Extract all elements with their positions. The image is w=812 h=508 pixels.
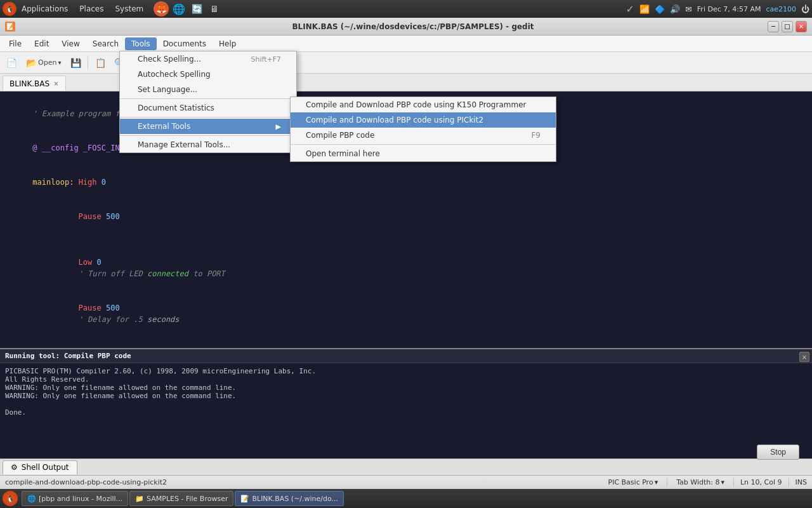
- maximize-button[interactable]: □: [782, 21, 793, 32]
- places-label: Places: [79, 4, 103, 13]
- toolbar-separator-1: [88, 57, 88, 69]
- tab-close-button[interactable]: ×: [53, 80, 58, 87]
- compile-pbp-label: Compile PBP code: [306, 131, 374, 140]
- save-button[interactable]: 💾: [67, 54, 84, 72]
- autocheck-spelling-item[interactable]: Autocheck Spelling: [120, 67, 296, 82]
- menu-file[interactable]: File: [3, 37, 28, 50]
- taskbar-gedit-btn[interactable]: 📝 BLINK.BAS (~/.wine/do...: [235, 491, 344, 506]
- title-bar: 📝 BLINK.BAS (~/.wine/dosdevices/c:/PBP/S…: [0, 18, 812, 36]
- check-spelling-item[interactable]: Check Spelling... Shift+F7: [120, 51, 296, 67]
- window-title: BLINK.BAS (~/.wine/dosdevices/c:/PBP/SAM…: [19, 22, 807, 31]
- network-icon[interactable]: 🌐: [171, 1, 187, 17]
- stop-button[interactable]: Stop: [757, 444, 799, 460]
- firefox-btn-icon: 🌐: [27, 495, 36, 503]
- applications-menu[interactable]: Applications: [16, 3, 73, 15]
- shell-tab-bar: ⚙ Shell Output: [0, 458, 812, 475]
- shell-tab-label: Shell Output: [22, 463, 69, 472]
- check-spelling-shortcut: Shift+F7: [251, 55, 281, 64]
- shell-line-5: [5, 400, 807, 408]
- taskbar-bottom: 🐧 🌐 [pbp and linux - Mozill... 📁 SAMPLES…: [0, 489, 812, 508]
- set-language-label: Set Language...: [138, 85, 197, 94]
- applications-label: Applications: [22, 4, 68, 13]
- running-prefix: Running tool:: [5, 352, 60, 360]
- open-dropdown-icon: ▾: [58, 59, 61, 66]
- taskbar-top: 🐧 Applications Places System 🦊 🌐 🔄 🖥 ✓ 📶…: [0, 0, 812, 18]
- open-icon: 📂: [26, 58, 37, 68]
- manage-external-tools-item[interactable]: Manage External Tools...: [120, 137, 296, 152]
- tab-label: BLINK.BAS: [10, 79, 49, 88]
- compile-download-k150-item[interactable]: Compile and Download PBP code using K150…: [291, 97, 556, 112]
- document-statistics-label: Document Statistics: [138, 104, 214, 112]
- open-terminal-label: Open terminal here: [306, 149, 380, 158]
- shell-line-4: WARNING: Only one filename allowed on th…: [5, 392, 807, 400]
- status-right: PIC Basic Pro ▾ Tab Width: 8 ▾ Ln 10, Co…: [606, 478, 808, 487]
- external-tools-arrow: ▶: [276, 123, 281, 131]
- update-icon[interactable]: 🔄: [189, 1, 204, 17]
- autocheck-label: Autocheck Spelling: [138, 70, 211, 79]
- ubuntu-icon: 🐧: [3, 2, 16, 16]
- tab-width-selector[interactable]: Tab Width: 8 ▾: [674, 478, 727, 487]
- language-dropdown-icon: ▾: [655, 478, 658, 486]
- cursor-position: Ln 10, Col 9: [740, 478, 782, 486]
- status-sep-3: [789, 478, 789, 487]
- app-menu: Applications Places System 🦊 🌐 🔄 🖥: [16, 1, 222, 17]
- minimize-button[interactable]: ─: [768, 21, 779, 32]
- status-bar: compile-and-download-pbp-code-using-pick…: [0, 475, 812, 489]
- language-selector[interactable]: PIC Basic Pro ▾: [606, 478, 661, 487]
- shell-line-6: Done.: [5, 408, 807, 417]
- terminal-icon[interactable]: 🖥: [207, 1, 222, 17]
- open-button[interactable]: 📂 Open ▾: [22, 54, 65, 72]
- open-label: Open: [38, 58, 56, 67]
- running-tool-name: Compile PBP code: [64, 352, 131, 360]
- signal-icon: 📶: [639, 4, 650, 14]
- taskbar-firefox-btn[interactable]: 🌐 [pbp and linux - Mozill...: [22, 491, 128, 506]
- bluetooth-icon: 🔷: [655, 4, 665, 14]
- external-tools-label: External Tools: [138, 122, 190, 131]
- menu-search[interactable]: Search: [86, 37, 125, 50]
- set-language-item[interactable]: Set Language...: [120, 82, 296, 97]
- running-tool-label: Running tool: Compile PBP code: [0, 349, 812, 363]
- code-line-5: [5, 234, 807, 245]
- tools-separator-3: [120, 135, 296, 136]
- code-line-7: Pause 500 ' Delay for .5 seconds: [5, 291, 807, 337]
- tab-blink-bas[interactable]: BLINK.BAS ×: [3, 76, 66, 91]
- gedit-btn-label: BLINK.BAS (~/.wine/do...: [252, 495, 338, 503]
- shell-output-tab[interactable]: ⚙ Shell Output: [3, 460, 77, 474]
- menu-help[interactable]: Help: [213, 37, 242, 50]
- filebrowser-btn-icon: 📁: [135, 495, 144, 503]
- taskbar-filebrowser-btn[interactable]: 📁 SAMPLES - File Browser: [129, 491, 233, 506]
- system-menu[interactable]: System: [110, 3, 148, 15]
- menu-documents[interactable]: Documents: [157, 37, 213, 50]
- menu-bar: File Edit View Search Tools Documents He…: [0, 36, 812, 52]
- new-button[interactable]: 📄: [3, 54, 20, 72]
- user-label: cae2100: [766, 5, 796, 13]
- gedit-app-icon: 📝: [5, 22, 15, 32]
- shell-close-button[interactable]: ×: [799, 352, 809, 362]
- external-tools-item[interactable]: External Tools ▶: [120, 119, 296, 134]
- document-statistics-item[interactable]: Document Statistics: [120, 100, 296, 116]
- power-icon[interactable]: ⏻: [801, 4, 809, 14]
- compile-download-pickit2-item[interactable]: Compile and Download PBP code using PICk…: [291, 112, 556, 128]
- taskbar-ubuntu-icon[interactable]: 🐧: [3, 491, 18, 506]
- compile-pbp-item[interactable]: Compile PBP code F9: [291, 128, 556, 143]
- copy-button[interactable]: 📋: [91, 54, 109, 72]
- firefox-icon[interactable]: 🦊: [154, 1, 169, 17]
- open-terminal-item[interactable]: Open terminal here: [291, 146, 556, 161]
- menu-view[interactable]: View: [55, 37, 86, 50]
- close-button[interactable]: ×: [796, 21, 807, 32]
- code-line-4: Pause 500: [5, 199, 807, 234]
- status-sep-2: [733, 478, 734, 487]
- menu-edit[interactable]: Edit: [28, 37, 55, 50]
- ext-tools-separator: [291, 144, 556, 145]
- compile-k150-label: Compile and Download PBP code using K150…: [306, 100, 526, 109]
- shell-tab-icon: ⚙: [11, 463, 18, 472]
- gedit-btn-icon: 📝: [240, 495, 249, 503]
- compile-pbp-shortcut: F9: [531, 131, 540, 140]
- menu-tools[interactable]: Tools: [125, 37, 157, 50]
- filebrowser-btn-label: SAMPLES - File Browser: [147, 495, 228, 503]
- code-line-6: Low 0 ' Turn off LED connected to PORT: [5, 245, 807, 291]
- language-label: PIC Basic Pro: [608, 478, 653, 486]
- places-menu[interactable]: Places: [74, 3, 108, 15]
- code-line-8: [5, 337, 807, 348]
- tab-width-dropdown-icon: ▾: [721, 478, 724, 486]
